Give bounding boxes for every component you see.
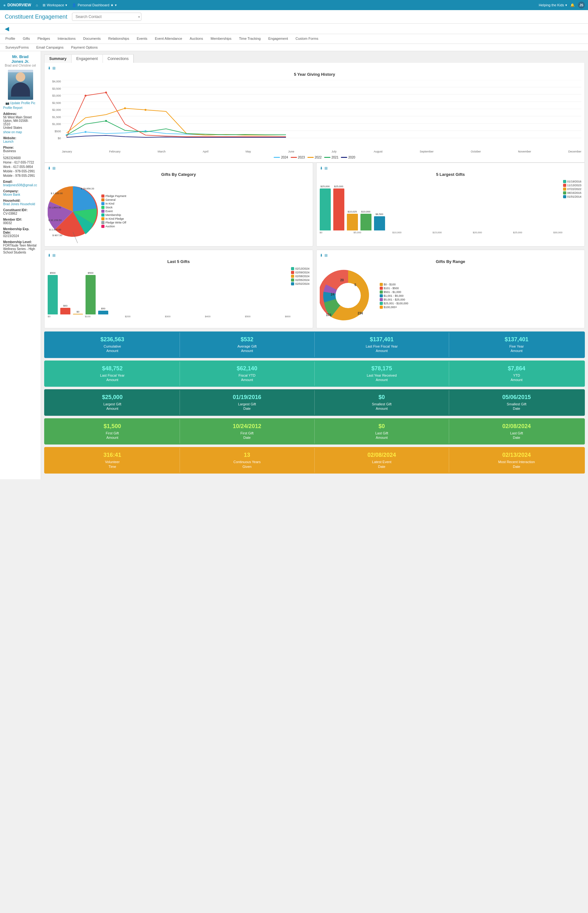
category-table-icon[interactable]: ⊞ bbox=[52, 166, 55, 170]
home-nav[interactable]: ⌂ bbox=[36, 3, 38, 7]
email-link[interactable]: bradjones508@gmail.cc bbox=[3, 183, 37, 187]
membership-exp-value: 02/23/2024 bbox=[3, 234, 37, 238]
svg-text:$ 2,400.00: $ 2,400.00 bbox=[49, 228, 61, 231]
tab-pledges[interactable]: Pledges bbox=[34, 34, 54, 44]
tab-events[interactable]: Events bbox=[133, 34, 151, 44]
left-sidebar: Mr. Brad Jones Jr. Brad and Christine ce… bbox=[0, 51, 41, 479]
brand-logo[interactable]: ● DONORVIEW bbox=[3, 3, 31, 8]
five-year-value: $137,401 bbox=[452, 336, 582, 343]
stat-ytd: $7,864 YTDAmount bbox=[449, 362, 584, 386]
largest-table-icon[interactable]: ⊞ bbox=[325, 166, 328, 170]
last5-legend: 02/13/2024 02/09/2024 02/08/2024 02/05/2… bbox=[291, 267, 309, 286]
last-5-gifts-title: Last 5 Gifts bbox=[48, 259, 310, 264]
sub-tabs: Summary Engagement Connections bbox=[44, 54, 134, 63]
largest-chart-container: $25,000 $25,000 $10,025 $10,000 bbox=[320, 180, 582, 231]
tab-engagement[interactable]: Engagement bbox=[265, 34, 292, 44]
tab-profile[interactable]: Profile bbox=[2, 34, 19, 44]
org-selector[interactable]: Helping the Kids ▾ bbox=[539, 3, 567, 7]
line-chart-area: $4,000$3,500$3,000$2,500 $2,000$1,500$1,… bbox=[48, 80, 582, 149]
range-table-icon[interactable]: ⊞ bbox=[325, 253, 328, 258]
five-largest-title: 5 Largest Gifts bbox=[320, 172, 582, 177]
sidebar-company-section: Company: Moore Bank bbox=[3, 189, 37, 196]
website-link[interactable]: Launch bbox=[3, 140, 37, 143]
show-map-link[interactable]: show on map bbox=[3, 130, 37, 134]
category-download-icon[interactable]: ⬇ bbox=[48, 166, 51, 170]
sub-tab-connections[interactable]: Connections bbox=[103, 55, 134, 63]
download-icon[interactable]: ⬇ bbox=[48, 66, 51, 70]
notifications[interactable]: 🔔 bbox=[570, 3, 575, 7]
five-largest-gifts-chart: ⬇ ⊞ 5 Largest Gifts $25,000 $25,000 bbox=[316, 163, 585, 247]
last5-bars: $500 $83 $0 $500 bbox=[48, 267, 289, 314]
range-download-icon[interactable]: ⬇ bbox=[320, 253, 323, 258]
tab-custom-forms[interactable]: Custom Forms bbox=[292, 34, 322, 44]
phone-label: Phone: bbox=[3, 146, 37, 149]
stat-largest-gift-date: 01/19/2016 Largest GiftDate bbox=[180, 390, 315, 415]
volunteer-time-value: 316:41 bbox=[48, 452, 177, 458]
household-link[interactable]: Brad Jones Household bbox=[3, 202, 37, 206]
tab-documents[interactable]: Documents bbox=[79, 34, 105, 44]
search-dropdown-button[interactable]: ▾ bbox=[138, 15, 140, 19]
pie-chart: $ 29,858.33 $ 1,620.00 $ 1,864.00 $ 32,1… bbox=[48, 180, 98, 243]
main-content: Summary Engagement Connections ⬇ ⊞ 5 Yea… bbox=[41, 51, 588, 479]
last-gift-amount-label: Last GiftAmount bbox=[317, 431, 447, 440]
membership-exp-label: Membership Exp. Date: bbox=[3, 227, 37, 234]
donut-chart-container: 5 20 24 174 234 $0 - $100 $101 - $500 $5… bbox=[320, 267, 582, 325]
search-input[interactable] bbox=[72, 13, 141, 21]
star-icon: ★ bbox=[110, 3, 114, 7]
stat-last-gift-amount: $0 Last GiftAmount bbox=[315, 419, 449, 444]
tab-interactions[interactable]: Interactions bbox=[54, 34, 79, 44]
line-chart-legend: 2024 2023 2022 2021 2020 bbox=[48, 156, 582, 159]
smallest-gift-date-value: 05/06/2015 bbox=[452, 394, 582, 401]
last-year-received-value: $78,175 bbox=[317, 365, 447, 372]
last-gift-date-label: Last GiftDate bbox=[452, 431, 582, 440]
user-avatar[interactable]: JS bbox=[578, 2, 585, 8]
last5-download-icon[interactable]: ⬇ bbox=[48, 253, 51, 258]
last5-y-labels: $0$100$200$300$400$500$600 bbox=[48, 315, 310, 318]
back-button[interactable]: ◀ bbox=[5, 25, 9, 32]
bar-5 bbox=[374, 216, 385, 231]
last5-table-icon[interactable]: ⊞ bbox=[52, 253, 55, 258]
largest-gifts-legend: 01/19/2016 11/13/2023 07/22/2022 08/15/2… bbox=[563, 180, 582, 199]
largest-download-icon[interactable]: ⬇ bbox=[320, 166, 323, 170]
update-profile-link[interactable]: 📷 Update Profile Pic bbox=[3, 101, 37, 105]
stat-most-recent-interaction: 02/13/2024 Most Recent InteractionDate bbox=[449, 448, 584, 473]
tab-time-tracking[interactable]: Time Tracking bbox=[235, 34, 265, 44]
sidebar-membership-exp-section: Membership Exp. Date: 02/23/2024 bbox=[3, 227, 37, 238]
table-icon[interactable]: ⊞ bbox=[52, 66, 55, 70]
last5-bar-2: $83 bbox=[60, 304, 70, 314]
sidebar-email-section: Email: bradjones508@gmail.cc bbox=[3, 180, 37, 187]
tab-surveys-forms[interactable]: Surveys/Forms bbox=[2, 44, 32, 51]
svg-text:234: 234 bbox=[358, 312, 363, 315]
tab-memberships[interactable]: Memberships bbox=[207, 34, 235, 44]
largest-gift-amount-value: $25,000 bbox=[48, 394, 177, 401]
company-link[interactable]: Moore Bank bbox=[3, 193, 37, 196]
tab-payment-options[interactable]: Payment Options bbox=[67, 44, 101, 51]
top-nav-right: Helping the Kids ▾ 🔔 JS bbox=[539, 2, 585, 8]
gifts-by-range-chart: ⬇ ⊞ Gifts By Range bbox=[316, 250, 585, 328]
workspace-nav[interactable]: ⊞ Workspace ▾ bbox=[43, 3, 67, 7]
tab-email-campaigns[interactable]: Email Campaigns bbox=[32, 44, 67, 51]
tab-gifts[interactable]: Gifts bbox=[19, 34, 34, 44]
dropdown2-icon: ▾ bbox=[115, 3, 117, 7]
content-wrapper: Mr. Brad Jones Jr. Brad and Christine ce… bbox=[0, 51, 588, 479]
tab-relationships[interactable]: Relationships bbox=[105, 34, 133, 44]
pie-legend: Pledge Payment General In Kind Stock Eve… bbox=[101, 194, 126, 229]
sidebar-constituent-id-section: Constituent ID#: CV-03862 bbox=[3, 208, 37, 215]
sub-tab-engagement[interactable]: Engagement bbox=[72, 55, 103, 63]
bar-group-1: $25,000 bbox=[320, 185, 331, 231]
cumulative-value: $236,563 bbox=[48, 336, 177, 343]
profile-report-link[interactable]: Profile Report bbox=[3, 106, 37, 110]
svg-text:$ 32,159.50: $ 32,159.50 bbox=[48, 219, 62, 221]
dashboard-nav[interactable]: 👤 Personal Dashboard ★ ▾ bbox=[72, 3, 117, 7]
last-5-gifts-chart: ⬇ ⊞ Last 5 Gifts $500 $83 bbox=[44, 250, 313, 328]
legend-2022: 2022 bbox=[307, 156, 321, 159]
five-year-chart: ⬇ ⊞ 5 Year Giving History $4,000$3,500$3… bbox=[44, 63, 585, 163]
top-nav-items: ⌂ ⊞ Workspace ▾ 👤 Personal Dashboard ★ ▾ bbox=[36, 3, 539, 7]
tab-auctions[interactable]: Auctions bbox=[186, 34, 207, 44]
tab-event-attendance[interactable]: Event Attendance bbox=[151, 34, 186, 44]
stat-five-year: $137,401 Five YearAmount bbox=[449, 333, 584, 357]
last-gift-amount-value: $0 bbox=[317, 423, 447, 430]
sub-tab-summary[interactable]: Summary bbox=[45, 55, 72, 63]
sidebar-membership-level-section: Membership Level: FORTitude Teen Mental … bbox=[3, 240, 37, 254]
website-label: Website: bbox=[3, 136, 37, 140]
